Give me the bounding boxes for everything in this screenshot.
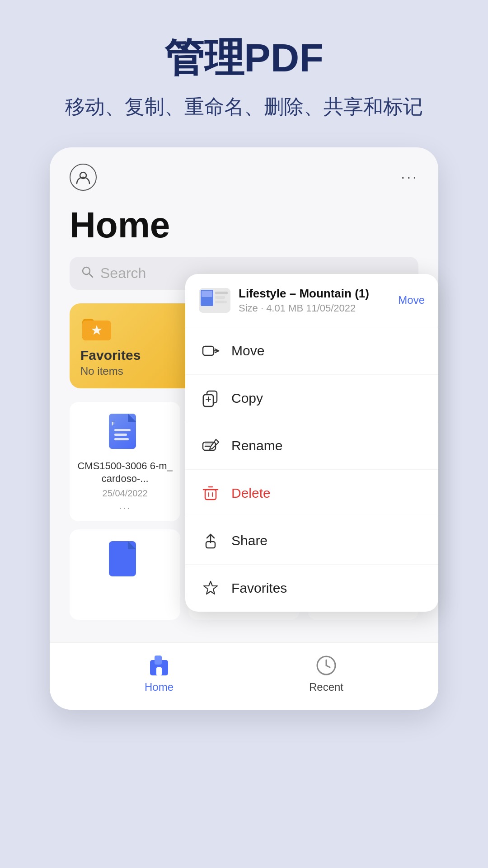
svg-line-2 [89,274,93,277]
app-container: ··· Home Search [50,147,438,710]
svg-rect-7 [114,434,127,436]
top-bar: ··· [50,147,438,200]
home-nav-label: Home [145,681,174,693]
favorites-icon [201,578,221,598]
menu-rename-label: Rename [231,438,282,453]
move-icon [201,341,221,361]
file-card-1[interactable]: F CMS1500-3006 6-m_cardoso-... 25/04/202… [70,402,180,521]
delete-icon [201,483,221,503]
sub-title: 移动、复制、重命名、删除、共享和标记 [27,94,461,120]
main-title: 管理PDF [27,36,461,80]
svg-rect-17 [156,667,162,675]
svg-rect-22 [215,292,228,294]
file-icon-1: F [107,413,143,453]
menu-file-name: Lifestyle – Mountain (1) [239,287,390,301]
menu-item-rename[interactable]: Rename [185,422,438,470]
file-name-1: CMS1500-3006 6-m_cardoso-... [77,460,173,486]
svg-rect-8 [114,438,129,440]
file-card-bottom-1[interactable] [70,529,180,620]
recent-nav-icon [314,654,338,677]
recent-nav-label: Recent [309,681,343,693]
share-icon [201,531,221,551]
rename-icon [201,436,221,456]
avatar-icon[interactable] [70,164,97,191]
file-more-1[interactable]: ··· [119,502,131,514]
more-options-icon[interactable]: ··· [401,169,418,185]
menu-item-copy[interactable]: Copy [185,375,438,422]
home-title: Home [50,200,438,257]
svg-marker-42 [204,581,217,594]
file-date-1: 25/04/2022 [103,488,148,499]
svg-rect-23 [215,296,225,299]
file-icon-bottom-1 [107,540,143,581]
nav-recent[interactable]: Recent [309,654,343,693]
svg-rect-25 [203,346,214,355]
menu-favorites-label: Favorites [231,580,287,596]
favorites-folder-icon [80,314,113,341]
menu-item-delete[interactable]: Delete [185,470,438,517]
bottom-nav: Home Recent [50,642,438,710]
menu-share-label: Share [231,533,267,548]
menu-item-share[interactable]: Share [185,517,438,565]
svg-rect-6 [114,429,131,431]
svg-text:F: F [112,421,115,426]
svg-rect-24 [215,301,227,303]
header-section: 管理PDF 移动、复制、重命名、删除、共享和标记 [0,0,488,138]
menu-move-label: Move [231,343,264,359]
home-nav-icon [147,654,171,677]
search-icon [80,265,94,282]
menu-item-move[interactable]: Move [185,327,438,375]
copy-icon [201,388,221,408]
context-menu: Lifestyle – Mountain (1) Size · 4.01 MB … [185,274,438,612]
nav-home[interactable]: Home [145,654,174,693]
menu-copy-label: Copy [231,391,263,406]
menu-file-info: Lifestyle – Mountain (1) Size · 4.01 MB … [239,287,390,314]
menu-move-button[interactable]: Move [398,294,425,307]
search-placeholder: Search [100,265,146,282]
menu-item-favorites[interactable]: Favorites [185,565,438,612]
svg-rect-21 [202,291,212,297]
svg-rect-35 [205,490,216,500]
menu-file-meta: Size · 4.01 MB 11/05/2022 [239,302,390,314]
menu-file-thumbnail [199,288,230,313]
svg-rect-16 [155,656,162,665]
menu-delete-label: Delete [231,486,271,501]
menu-file-header: Lifestyle – Mountain (1) Size · 4.01 MB … [185,274,438,327]
